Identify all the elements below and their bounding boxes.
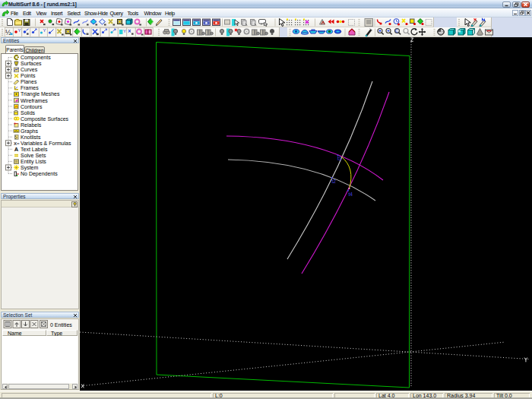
svg-text:Planes: Planes [21, 79, 37, 84]
svg-text:t2: t2 [332, 179, 337, 184]
svg-text:t3: t3 [337, 156, 342, 161]
svg-text:0 Entities: 0 Entities [50, 322, 72, 328]
svg-text:Relabels: Relabels [21, 122, 42, 128]
svg-text:Solve Sets: Solve Sets [21, 153, 46, 158]
svg-text:Frames: Frames [21, 85, 39, 90]
svg-text:Y: Y [43, 28, 46, 33]
svg-text:System: System [21, 165, 39, 171]
svg-text:Knotlists: Knotlists [21, 135, 41, 140]
svg-text:Y: Y [18, 28, 21, 33]
svg-text:Surfaces: Surfaces [21, 61, 42, 66]
svg-text:No Dependents: No Dependents [21, 171, 58, 177]
svg-text:Wireframes: Wireframes [21, 98, 48, 103]
svg-text:Text Labels: Text Labels [21, 147, 48, 152]
svg-text:Points: Points [21, 73, 36, 78]
svg-text:Variables & Formulas: Variables & Formulas [21, 141, 71, 146]
svg-text:Y: Y [123, 29, 126, 33]
svg-text:Components: Components [21, 55, 51, 61]
svg-text:Graphs: Graphs [21, 128, 38, 135]
svg-text:Entity Lists: Entity Lists [21, 159, 46, 165]
svg-text:X=: X= [14, 141, 20, 146]
svg-text:Curves: Curves [21, 67, 38, 72]
svg-text:t4: t4 [349, 192, 353, 197]
svg-text:Composite Surfaces: Composite Surfaces [21, 116, 69, 122]
svg-text:Contours: Contours [21, 104, 43, 109]
svg-text:A: A [14, 146, 19, 153]
svg-text:Triangle Meshes: Triangle Meshes [21, 91, 60, 97]
svg-text:Solids: Solids [21, 110, 36, 116]
